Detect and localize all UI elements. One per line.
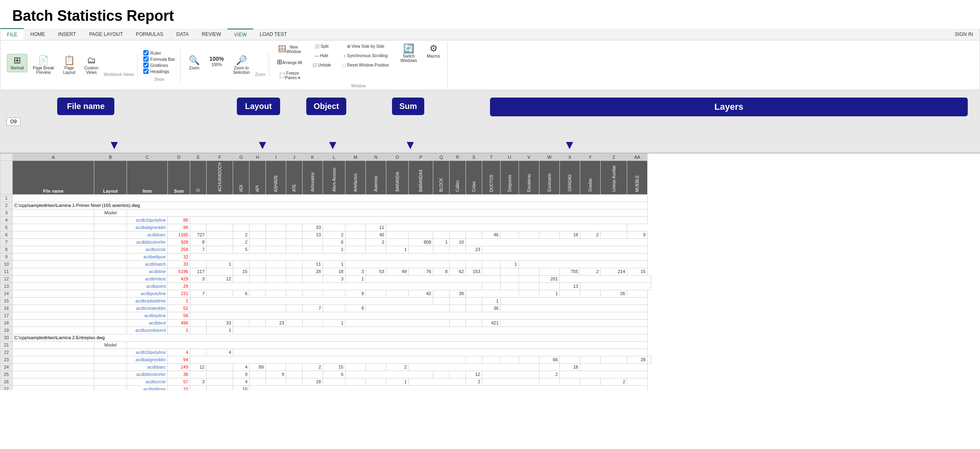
num-cell: 4 <box>233 378 249 385</box>
reset-window-button[interactable]: ⬚ Reset Window Position <box>337 61 394 69</box>
freeze-panes-button[interactable]: ⬚ FreezePanes ▾ <box>273 68 306 82</box>
empty-cell <box>94 378 127 385</box>
col-d-header[interactable]: D <box>168 154 190 161</box>
row-num: 19 <box>0 327 13 334</box>
num-cell: 18 <box>560 363 580 371</box>
col-h-header[interactable]: H <box>249 154 266 161</box>
custom-views-button[interactable]: 🗂 CustomViews <box>81 54 102 77</box>
empty-cell <box>13 224 94 231</box>
empty-cell <box>560 275 651 282</box>
sum-cell: 1 <box>168 297 190 305</box>
switch-windows-button[interactable]: 🔄 SwitchWindows <box>397 42 421 65</box>
col-c-header[interactable]: C <box>127 154 168 161</box>
empty-cell <box>249 275 266 282</box>
empty-cell <box>13 305 94 312</box>
arrange-all-label: Arrange All <box>282 60 302 65</box>
cell-reference-box[interactable]: O9 <box>7 118 20 126</box>
empty-cell <box>366 305 450 312</box>
col-k-header[interactable]: K <box>303 154 323 161</box>
item-cell: acdbtext <box>127 319 168 327</box>
tab-formulas[interactable]: FORMULAS <box>129 29 170 40</box>
empty-cell <box>249 224 266 231</box>
empty-cell <box>466 290 519 297</box>
col-r-header[interactable]: R <box>450 154 466 161</box>
macros-button[interactable]: ⚙ Macros <box>423 42 444 60</box>
empty-cell <box>519 290 539 297</box>
zoom-group: 🔍 Zoom 100% 100% 🔎 Zoom toSelection Zoom <box>181 54 270 77</box>
page-break-preview-button[interactable]: 📄 Page BreakPreview <box>29 54 58 77</box>
empty-cell <box>190 305 286 312</box>
col-v-header[interactable]: V <box>519 154 539 161</box>
col-a-header[interactable]: A <box>13 154 94 161</box>
file-name-header: File name <box>13 161 94 195</box>
ribbon: FILE HOME INSERT PAGE LAYOUT FORMULAS DA… <box>0 29 980 90</box>
empty-cell <box>539 378 560 385</box>
sync-scrolling-button[interactable]: ↕ Synchronous Scrolling <box>337 51 394 60</box>
col-aa-header[interactable]: AA <box>627 154 648 161</box>
empty-cell <box>94 268 127 275</box>
col-q-header[interactable]: Q <box>433 154 450 161</box>
sum-cell: 58 <box>168 312 190 319</box>
zoom-100-button[interactable]: 100% 100% <box>206 54 228 69</box>
col-x-header[interactable]: X <box>560 154 580 161</box>
tab-file[interactable]: FILE <box>0 28 24 40</box>
empty-cell <box>13 356 94 363</box>
empty-cell <box>266 363 286 371</box>
col-y-header[interactable]: Y <box>580 154 601 161</box>
sign-in-button[interactable]: Sign in <box>948 29 980 40</box>
ruler-check[interactable]: Ruler <box>143 50 175 56</box>
headings-check[interactable]: Headings <box>143 69 175 74</box>
item-cell: acdbpoint <box>127 282 168 290</box>
col-j-header[interactable]: J <box>286 154 303 161</box>
col-i-header[interactable]: I <box>266 154 286 161</box>
tab-page-layout[interactable]: PAGE LAYOUT <box>82 29 129 40</box>
col-n-header[interactable]: N <box>366 154 386 161</box>
col-w-header[interactable]: W <box>539 154 560 161</box>
sum-cell: 29 <box>168 282 190 290</box>
formula-bar-check[interactable]: Formula Bar <box>143 56 175 62</box>
empty-cell <box>539 268 560 275</box>
tab-view[interactable]: VIEW <box>227 29 253 40</box>
custom-views-label: CustomViews <box>85 66 98 75</box>
normal-view-button[interactable]: ⊞ Normal <box>7 54 27 72</box>
tab-data[interactable]: DATA <box>170 29 195 40</box>
col-m-header[interactable]: M <box>345 154 366 161</box>
zoom-button[interactable]: 🔍 Zoom <box>185 54 204 72</box>
num-cell: 1 <box>433 238 450 246</box>
empty-cell <box>466 238 648 246</box>
col-b-header[interactable]: B <box>94 154 127 161</box>
arrange-all-button[interactable]: ⊞ Arrange All <box>273 57 306 67</box>
col-e-header[interactable]: E <box>190 154 207 161</box>
tab-home[interactable]: HOME <box>24 29 51 40</box>
tab-insert[interactable]: INSERT <box>51 29 82 40</box>
col-o-header[interactable]: O <box>386 154 409 161</box>
view-side-label: ⊞ View Side by Side <box>347 44 384 49</box>
gridlines-check[interactable]: Gridlines <box>143 62 175 68</box>
tab-review[interactable]: REVIEW <box>195 29 227 40</box>
switch-windows-label: SwitchWindows <box>401 54 417 63</box>
unhide-button[interactable]: ⬜ Unhide <box>308 61 334 69</box>
num-cell: 1 <box>482 297 501 305</box>
table-row: 9 acdbellipse 32 <box>0 253 651 260</box>
col-p-header[interactable]: P <box>409 154 433 161</box>
row-num: 6 <box>0 231 13 238</box>
spreadsheet-container[interactable]: A B C D E F G H I J K L M N O P Q R S T <box>0 153 980 390</box>
zoom-label: Zoom <box>255 72 266 77</box>
split-button[interactable]: ⬜ Split <box>308 42 334 51</box>
col-t-header[interactable]: T <box>482 154 501 161</box>
new-window-button[interactable]: 🪟 NewWindow <box>273 42 306 56</box>
hide-button[interactable]: — Hide <box>308 51 334 60</box>
empty-cell <box>207 371 233 378</box>
col-s-header[interactable]: S <box>466 154 482 161</box>
tab-load-test[interactable]: LOAD TEST <box>253 29 293 40</box>
col-l-header[interactable]: L <box>323 154 345 161</box>
zoom-selection-button[interactable]: 🔎 Zoom toSelection <box>229 54 253 77</box>
page-layout-button[interactable]: 📋 PageLayout <box>60 54 79 77</box>
num-cell: 6 <box>233 290 249 297</box>
col-g-header[interactable]: G <box>233 154 249 161</box>
empty-cell <box>433 290 450 297</box>
col-f-header[interactable]: F <box>207 154 233 161</box>
col-u-header[interactable]: U <box>501 154 519 161</box>
view-side-by-side-button[interactable]: ⊞ View Side by Side <box>337 42 394 51</box>
col-z-header[interactable]: Z <box>601 154 627 161</box>
